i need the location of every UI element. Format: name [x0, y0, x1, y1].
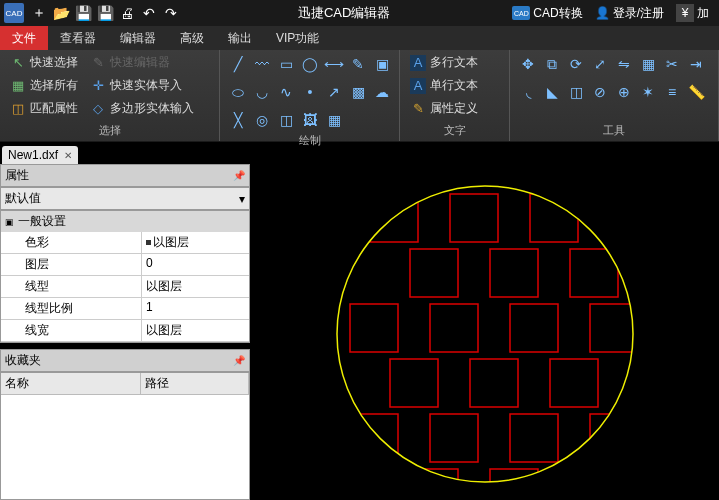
cad-drawing	[250, 164, 719, 500]
close-tab-icon[interactable]: ✕	[64, 150, 72, 161]
mtext-button[interactable]: A多行文本	[406, 52, 482, 73]
fav-col-path[interactable]: 路径	[141, 373, 249, 394]
ellipse-icon[interactable]: ⬭	[228, 82, 248, 102]
prop-row[interactable]: 线型以图层	[1, 276, 249, 298]
offset-icon[interactable]: ◫	[566, 82, 586, 102]
polygon-import-button[interactable]: ◇多边形实体输入	[86, 98, 198, 119]
props-title: 属性	[5, 167, 29, 184]
svg-rect-4	[410, 249, 458, 297]
rotate-icon[interactable]: ⟳	[566, 54, 586, 74]
saveas-icon[interactable]: 💾	[94, 2, 116, 24]
group-label-select: 选择	[6, 122, 213, 139]
group-label-draw: 绘制	[226, 132, 393, 149]
array-icon[interactable]: ▦	[638, 54, 658, 74]
pin-icon[interactable]: 📌	[233, 355, 245, 366]
menu-viewer[interactable]: 查看器	[48, 26, 108, 50]
props-section-header[interactable]: ▣ 一般设置	[1, 211, 249, 232]
hatch-icon[interactable]: ▩	[348, 82, 368, 102]
menubar: 文件 查看器 编辑器 高级 输出 VIP功能	[0, 26, 719, 50]
yen-icon: ¥	[676, 4, 694, 22]
dim-icon[interactable]: ⟷	[324, 54, 344, 74]
cad-convert-button[interactable]: CAD CAD转换	[506, 5, 588, 22]
polyline-icon[interactable]: 〰	[252, 54, 272, 74]
prop-row[interactable]: 线型比例1	[1, 298, 249, 320]
fav-col-name[interactable]: 名称	[1, 373, 141, 394]
scale-icon[interactable]: ⤢	[590, 54, 610, 74]
cad-logo-icon: CAD	[512, 6, 530, 20]
prop-row[interactable]: 线宽以图层	[1, 320, 249, 342]
quick-select-button[interactable]: ↖快速选择	[6, 52, 82, 73]
svg-rect-9	[510, 304, 558, 352]
extend-icon[interactable]: ⇥	[686, 54, 706, 74]
svg-rect-7	[350, 304, 398, 352]
redo-icon[interactable]: ↷	[160, 2, 182, 24]
print-icon[interactable]: 🖨	[116, 2, 138, 24]
ray-icon[interactable]: ↗	[324, 82, 344, 102]
import-icon: ✛	[90, 78, 106, 94]
xline-icon[interactable]: ╳	[228, 110, 248, 130]
table-icon[interactable]: ▦	[324, 110, 344, 130]
circle-icon[interactable]: ◯	[300, 54, 320, 74]
file-tab-name: New1.dxf	[8, 148, 58, 162]
charge-button[interactable]: ¥ 加	[670, 4, 715, 22]
login-button[interactable]: 👤 登录/注册	[589, 5, 670, 22]
app-logo: CAD	[4, 3, 24, 23]
select-all-button[interactable]: ▦选择所有	[6, 75, 82, 96]
dropdown-icon: ▾	[239, 192, 245, 206]
svg-rect-16	[510, 414, 558, 462]
chamfer-icon[interactable]: ◣	[542, 82, 562, 102]
svg-rect-13	[550, 359, 598, 407]
cursor-icon: ↖	[10, 55, 26, 71]
rect-icon[interactable]: ▭	[276, 54, 296, 74]
fillet-icon[interactable]: ◟	[518, 82, 538, 102]
attrdef-button[interactable]: ✎属性定义	[406, 98, 482, 119]
save-icon[interactable]: 💾	[72, 2, 94, 24]
edit-icon[interactable]: ✎	[348, 54, 368, 74]
cloud-icon[interactable]: ☁	[372, 82, 392, 102]
fav-title: 收藏夹	[5, 352, 41, 369]
match-props-button[interactable]: ◫匹配属性	[6, 98, 82, 119]
menu-advanced[interactable]: 高级	[168, 26, 216, 50]
new-icon[interactable]: ＋	[28, 2, 50, 24]
prop-row[interactable]: 图层0	[1, 254, 249, 276]
menu-file[interactable]: 文件	[0, 26, 48, 50]
point-icon[interactable]: •	[300, 82, 320, 102]
trim-icon[interactable]: ✂	[662, 54, 682, 74]
spline-icon[interactable]: ∿	[276, 82, 296, 102]
menu-vip[interactable]: VIP功能	[264, 26, 331, 50]
file-tab[interactable]: New1.dxf ✕	[2, 146, 78, 164]
drawing-canvas[interactable]	[250, 164, 719, 500]
stext-button[interactable]: A单行文本	[406, 75, 482, 96]
measure-icon[interactable]: 📏	[686, 82, 706, 102]
donut-icon[interactable]: ◎	[252, 110, 272, 130]
fav-table: 名称 路径	[0, 372, 250, 500]
break-icon[interactable]: ⊘	[590, 82, 610, 102]
explode-icon[interactable]: ✶	[638, 82, 658, 102]
svg-rect-2	[450, 194, 498, 242]
props-panel-header: 属性 📌	[0, 164, 250, 187]
svg-rect-5	[490, 249, 538, 297]
undo-icon[interactable]: ↶	[138, 2, 160, 24]
arc-icon[interactable]: ◡	[252, 82, 272, 102]
color-swatch-icon	[146, 240, 151, 245]
ribbon: ↖快速选择 ▦选择所有 ◫匹配属性 ✎快速编辑器 ✛快速实体导入 ◇多边形实体输…	[0, 50, 719, 142]
align-icon[interactable]: ≡	[662, 82, 682, 102]
line-icon[interactable]: ╱	[228, 54, 248, 74]
prop-row[interactable]: 色彩以图层	[1, 232, 249, 254]
block-icon[interactable]: ◫	[276, 110, 296, 130]
pin-icon[interactable]: 📌	[233, 170, 245, 181]
image-icon[interactable]: 🖼	[300, 110, 320, 130]
join-icon[interactable]: ⊕	[614, 82, 634, 102]
copy-icon[interactable]: ⧉	[542, 54, 562, 74]
group-label-text: 文字	[406, 122, 503, 139]
mirror-icon[interactable]: ⇋	[614, 54, 634, 74]
default-combo[interactable]: 默认值 ▾	[0, 187, 250, 210]
entity-import-button[interactable]: ✛快速实体导入	[86, 75, 198, 96]
menu-editor[interactable]: 编辑器	[108, 26, 168, 50]
move-icon[interactable]: ✥	[518, 54, 538, 74]
menu-output[interactable]: 输出	[216, 26, 264, 50]
open-icon[interactable]: 📂	[50, 2, 72, 24]
svg-rect-17	[590, 414, 638, 462]
region-icon[interactable]: ▣	[372, 54, 392, 74]
app-title: 迅捷CAD编辑器	[182, 4, 506, 22]
